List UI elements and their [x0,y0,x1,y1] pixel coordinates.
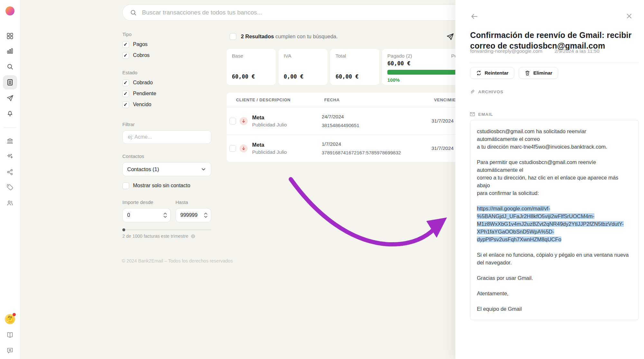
app-logo[interactable] [5,6,14,15]
email-section-label: EMAIL [478,112,493,117]
results-summary: 2 Resultados cumplen con tu búsqueda. [241,33,338,40]
pagos-checkbox[interactable] [122,41,129,48]
invoices-document-icon[interactable] [3,75,17,89]
transactions-table: CLIENTE / DESCRIPCION FECHA VENCIMIENTO … [227,93,471,162]
search-input[interactable] [141,9,474,16]
close-icon[interactable] [625,12,633,20]
search-nav-icon[interactable] [3,60,17,74]
envelope-icon [469,111,475,117]
metrics-chart-icon[interactable] [3,44,17,58]
search-bar[interactable] [122,5,480,21]
email-paragraph: Para permitir que cstudiosbcn@gmail.com … [477,158,632,197]
stepper-icons[interactable] [204,212,208,218]
card-iva-label: IVA [284,53,322,59]
solo-sin-contacto-checkbox[interactable] [122,182,129,189]
row-reference: 3789168741672167:5785978699832 [322,150,431,155]
hasta-input[interactable]: 999999 [175,208,211,222]
stepper-icons[interactable] [163,212,167,218]
select-all-checkbox[interactable] [230,33,236,40]
card-pagado-label: Pagado (2) [387,53,412,59]
row-reference: 38154864490651 [322,123,431,128]
pendiente-checkbox[interactable] [122,90,129,97]
card-total-value: 60,00 € [336,73,359,80]
filtrar-input[interactable] [127,134,206,140]
email-paragraph: Si el enlace no funciona, cópialo y péga… [477,251,632,266]
contactos-value: Contactos (1) [127,166,159,172]
refresh-icon [476,70,482,76]
quota-progress-line [122,229,211,230]
retry-button-label: Reintentar [485,70,508,76]
cobros-label: Cobros [133,52,150,58]
confirmation-link[interactable]: https://mail.google.com/mail/vf-%5BANGjd… [477,206,624,242]
card-base-label: Base [232,53,270,59]
retry-button[interactable]: Reintentar [470,67,514,79]
card-iva: IVA 0,00 € [279,49,327,85]
row-client-desc: Publicidad Julio [252,149,322,155]
filter-pagos[interactable]: Pagos [122,40,211,49]
hasta-label: Hasta [175,199,211,205]
filter-solo-sin-contacto[interactable]: Mostrar solo sin contacto [122,181,211,190]
share-icon[interactable] [3,165,17,179]
table-row[interactable]: Meta Publicidad Julio 24/7/2024 38154864… [227,107,471,135]
footer-copyright: © 2024 Bank2Email – Todos los derechos r… [122,258,233,263]
vencido-label: Vencido [133,102,151,107]
info-icon[interactable] [191,234,195,239]
card-base-value: 60,00 € [232,73,255,80]
results-count: 2 Resultados [241,33,274,39]
sidebar-divider [4,127,16,128]
vencido-checkbox[interactable] [122,101,129,108]
column-client: CLIENTE / DESCRIPCION [236,97,324,102]
send-nav-icon[interactable] [3,91,17,105]
send-results-icon[interactable] [446,32,454,41]
ai-sparkles-icon[interactable] [3,149,17,163]
back-arrow-icon[interactable] [470,12,478,21]
email-subject-title: Confirmación de reenvío de Gmail: recibi… [470,30,638,51]
thinking-emoji-icon: 🤔 [6,316,14,322]
row-due-date: 31/7/2024 [431,118,454,124]
cobrado-label: Cobrado [133,80,153,86]
delete-button[interactable]: Eliminar [519,67,558,79]
filter-pendiente[interactable]: Pendiente [122,89,211,98]
contactos-select[interactable]: Contactos (1) [122,162,211,176]
docs-book-icon[interactable] [3,328,17,342]
email-body: cstudiosbcn@gmail.com ha solicitado reen… [470,120,639,320]
paperclip-icon [469,89,475,95]
row-checkbox[interactable] [229,118,236,124]
email-detail-panel: Confirmación de reenvío de Gmail: recibi… [455,0,644,359]
quota-text: 2 de 1000 facturas este trimestre [122,234,188,239]
feedback-emoji-button[interactable]: 🤔 [5,314,15,324]
filters-panel: Tipo Pagos Cobros Estado Cobrado Pendien… [122,32,211,239]
email-date: 2/9/2024 a las 11:50 [554,48,599,54]
banks-icon[interactable] [3,134,17,148]
contactos-label: Contactos [122,153,211,159]
hasta-value: 999999 [180,212,197,218]
contacts-users-icon[interactable] [3,196,17,210]
card-base: Base 60,00 € [227,49,276,85]
tipo-label: Tipo [122,32,211,37]
table-header: CLIENTE / DESCRIPCION FECHA VENCIMIENTO [227,93,471,107]
summary-cards: Base 60,00 € IVA 0,00 € Total 60,00 € Pa… [227,49,479,85]
estado-label: Estado [122,70,211,75]
filtrar-input-wrap [122,130,211,144]
filter-cobrado[interactable]: Cobrado [122,78,211,87]
filter-vencido[interactable]: Vencido [122,100,211,109]
cobrado-checkbox[interactable] [122,79,129,86]
search-icon [130,9,137,16]
files-section-label: ARCHIVOS [478,89,503,94]
importe-desde-input[interactable]: 0 [122,208,171,222]
email-paragraph: cstudiosbcn@gmail.com ha solicitado reen… [477,127,632,151]
row-checkbox[interactable] [229,145,236,152]
tags-icon[interactable] [3,180,17,194]
notifications-bell-icon[interactable] [3,106,17,120]
support-chat-icon[interactable] [3,344,17,358]
importe-desde-label: Importe desde [122,199,171,205]
dashboard-grid-icon[interactable] [3,29,17,43]
importe-desde-value: 0 [127,212,130,218]
filter-cobros[interactable]: Cobros [122,51,211,60]
row-date: 1/7/2024 [322,141,431,147]
sidebar: 🤔 [0,0,20,359]
row-due-date: 31/7/2024 [431,145,454,151]
table-row[interactable]: Meta Publicidad Julio 1/7/2024 378916874… [227,135,471,162]
outgoing-arrow-icon [240,144,248,152]
cobros-checkbox[interactable] [122,52,129,59]
